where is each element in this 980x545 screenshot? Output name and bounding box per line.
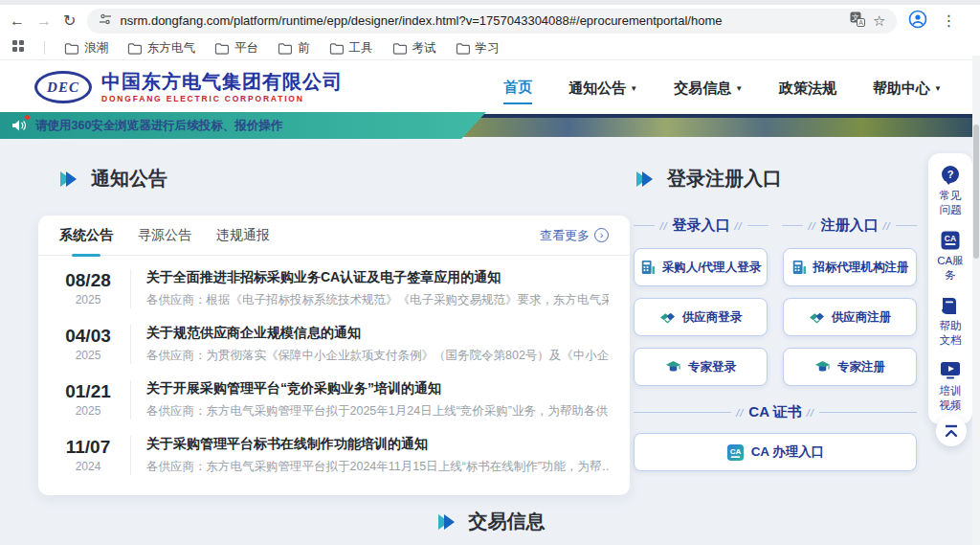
scrollbar-thumb[interactable] xyxy=(973,125,979,259)
tab-sourcing-notices[interactable]: 寻源公告 xyxy=(138,216,191,256)
view-more-link[interactable]: 查看更多 › xyxy=(540,227,609,244)
apps-grid-icon[interactable] xyxy=(11,39,25,57)
bookmark-star-icon[interactable]: ☆ xyxy=(873,12,885,30)
nav-policies[interactable]: 政策法规 xyxy=(779,72,836,103)
bookmark-folder[interactable]: 考试 xyxy=(392,40,436,57)
translate-icon[interactable]: 文A xyxy=(850,11,865,31)
nav-notices[interactable]: 通知公告▼ xyxy=(568,72,637,103)
notice-date: 04/032025 xyxy=(59,326,117,362)
bookmark-label: 浪潮 xyxy=(84,40,108,57)
bookmark-label: 平台 xyxy=(234,40,258,57)
forward-icon[interactable]: → xyxy=(36,12,52,30)
chevron-right-circle-icon: › xyxy=(594,228,609,242)
nav-trade-info[interactable]: 交易信息▼ xyxy=(674,72,743,103)
supplier-login-button[interactable]: 供应商登录 xyxy=(634,298,768,336)
company-logo[interactable]: DEC 中国东方电气集团有限公司 DONGFANG ELECTRIC CORPO… xyxy=(34,71,343,103)
ca-service-shortcut[interactable]: CA CA服务 xyxy=(937,230,964,283)
ca-cert-label: CA 证书 xyxy=(748,403,801,421)
bookmark-folder[interactable]: 浪潮 xyxy=(64,40,108,57)
portal-buttons-grid: 采购人/代理人登录 招标代理机构注册 供应商登录 供应商注册 专家登录 xyxy=(634,248,917,386)
company-name-cn: 中国东方电气集团有限公司 xyxy=(101,71,343,92)
bookmark-folder[interactable]: 东方电气 xyxy=(127,40,195,57)
faq-shortcut[interactable]: ? 常见问题 xyxy=(937,165,964,217)
reload-icon[interactable]: ↻ xyxy=(63,11,76,30)
help-docs-shortcut[interactable]: 帮助文档 xyxy=(937,295,964,348)
svg-text:A: A xyxy=(858,19,863,26)
login-section-title: 登录注册入口 xyxy=(634,166,917,192)
notice-row[interactable]: 11/072024 关于采购管理平台标书在线制作功能培训的通知各供应商：东方电气… xyxy=(59,427,609,483)
ca-cert-header: // CA 证书 // xyxy=(634,403,917,421)
book-icon xyxy=(940,295,961,316)
url-text[interactable]: nsrm.dongfang.com/platform/runtime/epp/d… xyxy=(120,13,842,28)
bookmark-folder[interactable]: 工具 xyxy=(329,40,373,57)
ticker-text: 请使用360安全浏览器进行后续投标、报价操作 xyxy=(35,118,282,134)
bookmark-folder[interactable]: 前 xyxy=(278,40,310,57)
notices-tabs: 系统公告 寻源公告 违规通报 查看更多 › xyxy=(38,216,630,256)
browser-toolbar: ← → ↻ nsrm.dongfang.com/platform/runtime… xyxy=(0,5,980,36)
nav-help-center[interactable]: 帮助中心▼ xyxy=(873,72,942,103)
button-label: 供应商注册 xyxy=(832,309,892,326)
site-info-icon[interactable] xyxy=(99,12,112,30)
trade-title-text: 交易信息 xyxy=(469,509,546,534)
section-arrow-icon xyxy=(634,170,655,188)
notice-row[interactable]: 04/032025 关于规范供应商企业规模信息的通知各供应商：为贯彻落实《保障中… xyxy=(59,316,609,372)
svg-text:CA: CA xyxy=(729,446,741,455)
notice-list: 08/282025 关于全面推进非招标采购业务CA认证及电子签章应用的通知各供应… xyxy=(38,256,630,483)
ca-badge-icon: CA xyxy=(940,230,961,251)
bookmark-folder[interactable]: 平台 xyxy=(214,40,258,57)
view-more-label: 查看更多 xyxy=(540,227,590,244)
purchaser-agent-login-button[interactable]: 采购人/代理人登录 xyxy=(634,248,768,286)
ca-badge-icon: CA xyxy=(726,443,745,462)
supplier-register-button[interactable]: 供应商注册 xyxy=(783,298,917,336)
ca-apply-button[interactable]: CA CA 办理入口 xyxy=(634,433,917,471)
notices-card: 系统公告 寻源公告 违规通报 查看更多 › 08/282025 关于全面推进非招… xyxy=(38,216,630,495)
tab-violation-reports[interactable]: 违规通报 xyxy=(216,216,270,256)
bookmark-label: 东方电气 xyxy=(147,40,195,57)
video-icon xyxy=(939,360,962,381)
training-videos-shortcut[interactable]: 培训视频 xyxy=(937,360,964,413)
expert-login-button[interactable]: 专家登录 xyxy=(634,348,768,386)
notice-title[interactable]: 关于开展采购管理平台“竞价采购业务”培训的通知 xyxy=(146,380,609,397)
notice-row[interactable]: 08/282025 关于全面推进非招标采购业务CA认证及电子签章应用的通知各供应… xyxy=(59,261,609,316)
back-to-top-button[interactable] xyxy=(936,416,967,446)
notice-row[interactable]: 01/212025 关于开展采购管理平台“竞价采购业务”培训的通知各供应商：东方… xyxy=(59,372,609,427)
tab-system-notices[interactable]: 系统公告 xyxy=(59,216,113,256)
trade-info-section-title: 交易信息 xyxy=(0,509,980,534)
notice-title[interactable]: 关于全面推进非招标采购业务CA认证及电子签章应用的通知 xyxy=(146,269,609,286)
url-bar[interactable]: nsrm.dongfang.com/platform/runtime/epp/d… xyxy=(87,9,897,34)
bookmark-label: 工具 xyxy=(349,40,373,57)
profile-avatar-icon[interactable] xyxy=(908,10,927,33)
button-label: 招标代理机构注册 xyxy=(813,260,909,276)
button-label: 专家注册 xyxy=(837,359,885,375)
decor-slashes: // xyxy=(807,407,814,419)
main-nav: 首页 通知公告▼ 交易信息▼ 政策法规 帮助中心▼ xyxy=(503,71,942,104)
handshake-icon xyxy=(659,310,676,325)
bookmarks-separator xyxy=(44,41,45,55)
sidebar-item-label: 培训视频 xyxy=(937,384,964,413)
sidebar-item-label: 帮助文档 xyxy=(937,319,964,348)
notice-title[interactable]: 关于规范供应商企业规模信息的通知 xyxy=(146,325,609,342)
decor-slashes: // xyxy=(883,220,891,232)
sidebar-item-label: CA服务 xyxy=(937,254,964,283)
decor-slashes: // xyxy=(736,407,744,419)
nav-label: 帮助中心 xyxy=(873,79,930,98)
notice-title[interactable]: 关于采购管理平台标书在线制作功能培训的通知 xyxy=(146,436,609,453)
calculator-icon xyxy=(791,260,807,275)
dec-logo-icon: DEC xyxy=(34,71,92,103)
back-icon[interactable]: ← xyxy=(10,12,25,30)
chevron-down-icon: ▼ xyxy=(630,84,637,93)
bidding-agency-register-button[interactable]: 招标代理机构注册 xyxy=(783,248,917,286)
nav-home[interactable]: 首页 xyxy=(503,71,532,104)
decor-slashes: // xyxy=(735,220,743,232)
page-scrollbar[interactable] xyxy=(972,56,980,545)
screen: ← → ↻ nsrm.dongfang.com/platform/runtime… xyxy=(0,0,980,545)
notices-section-title: 通知公告 xyxy=(57,166,167,192)
chrome-menu-icon[interactable]: ⋮ xyxy=(941,11,956,30)
button-label: CA 办理入口 xyxy=(751,443,825,461)
expert-register-button[interactable]: 专家注册 xyxy=(783,348,917,386)
button-label: 供应商登录 xyxy=(682,309,743,326)
speaker-icon xyxy=(11,119,27,132)
decor-slashes: // xyxy=(659,220,667,232)
bookmark-folder[interactable]: 学习 xyxy=(456,40,500,57)
bookmarks-bar: 浪潮 东方电气 平台 前 工具 考试 学习 xyxy=(0,36,980,60)
